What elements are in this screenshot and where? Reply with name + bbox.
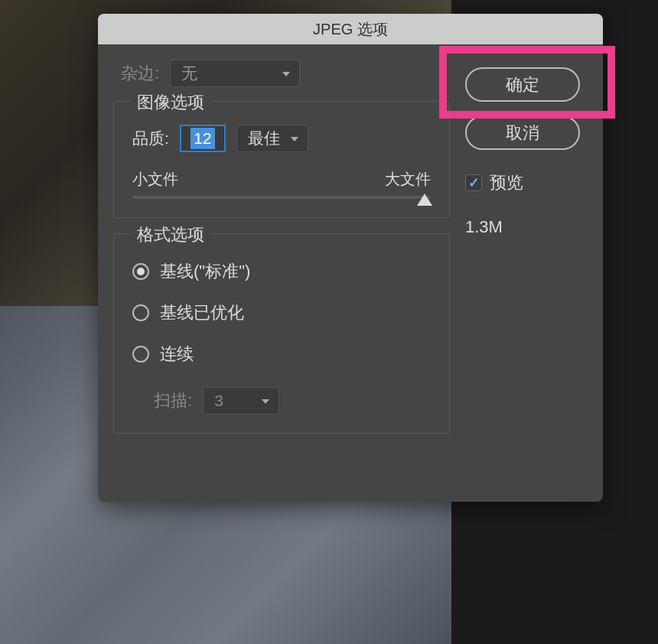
matte-value: 无	[181, 63, 197, 84]
radio-icon	[132, 346, 149, 363]
quality-label: 品质:	[132, 128, 169, 149]
filesize-text: 1.3M	[465, 217, 588, 237]
image-options-fieldset: 图像选项 品质: 12 最佳 小文件 大文件	[113, 101, 450, 218]
format-options-legend: 格式选项	[131, 223, 210, 246]
scan-dropdown: 3	[203, 387, 279, 415]
dialog-main: 杂边: 无 图像选项 品质: 12 最佳 小文件	[113, 60, 450, 449]
scan-row: 扫描: 3	[132, 387, 431, 415]
radio-label: 基线("标准")	[160, 260, 250, 283]
ok-button[interactable]: 确定	[465, 67, 580, 102]
quality-slider[interactable]	[132, 196, 431, 199]
radio-icon	[132, 304, 149, 321]
slider-label-large: 大文件	[385, 169, 431, 190]
quality-preset-value: 最佳	[248, 128, 280, 149]
cancel-button[interactable]: 取消	[465, 115, 580, 150]
radio-baseline-optimized[interactable]: 基线已优化	[132, 301, 431, 324]
radio-label: 基线已优化	[160, 301, 244, 324]
format-radio-group: 基线("标准") 基线已优化 连续	[132, 260, 431, 366]
ok-label: 确定	[506, 73, 539, 96]
matte-dropdown[interactable]: 无	[170, 60, 300, 87]
quality-value: 12	[191, 128, 214, 149]
matte-label: 杂边:	[121, 62, 159, 85]
slider-labels: 小文件 大文件	[132, 169, 431, 190]
matte-row: 杂边: 无	[113, 60, 450, 87]
scan-value: 3	[214, 392, 223, 410]
quality-row: 品质: 12 最佳	[132, 125, 431, 152]
image-options-legend: 图像选项	[131, 91, 210, 114]
radio-baseline-standard[interactable]: 基线("标准")	[132, 260, 431, 283]
quality-preset-dropdown[interactable]: 最佳	[236, 125, 308, 152]
radio-progressive[interactable]: 连续	[132, 343, 431, 366]
dialog-body: 杂边: 无 图像选项 品质: 12 最佳 小文件	[98, 44, 603, 464]
preview-row[interactable]: ✓ 预览	[465, 171, 588, 194]
dialog-title: JPEG 选项	[313, 19, 388, 40]
slider-thumb[interactable]	[417, 194, 432, 206]
radio-label: 连续	[160, 343, 194, 366]
scan-label: 扫描:	[154, 389, 192, 412]
quality-input[interactable]: 12	[180, 125, 226, 152]
format-options-fieldset: 格式选项 基线("标准") 基线已优化 连续	[113, 233, 450, 434]
jpeg-options-dialog: JPEG 选项 杂边: 无 图像选项 品质: 12 最佳	[98, 14, 603, 502]
slider-label-small: 小文件	[132, 169, 178, 190]
dialog-titlebar: JPEG 选项	[98, 14, 603, 44]
radio-icon	[132, 263, 149, 280]
preview-checkbox[interactable]: ✓	[465, 174, 482, 191]
preview-label: 预览	[490, 171, 523, 194]
cancel-label: 取消	[506, 122, 539, 145]
dialog-side: 确定 取消 ✓ 预览 1.3M	[450, 60, 588, 449]
